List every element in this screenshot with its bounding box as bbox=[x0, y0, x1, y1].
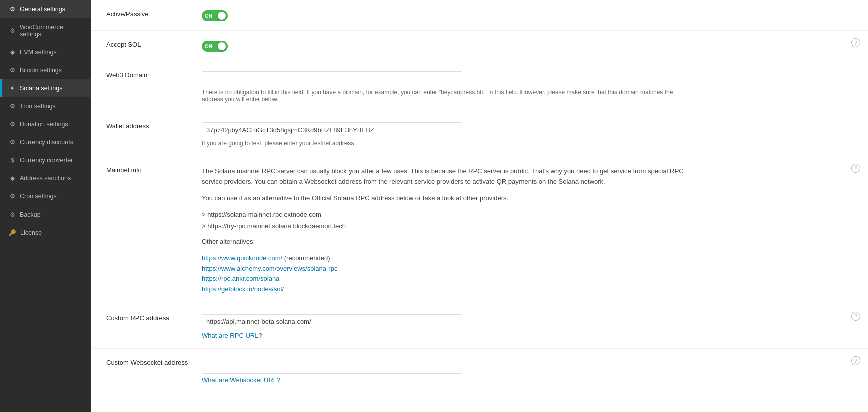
sidebar-label-solana-settings: Solana settings bbox=[20, 85, 62, 92]
sidebar-icon-woocommerce-settings: ⚙ bbox=[9, 27, 16, 34]
section-mainnet-info: Mainnet infoThe Solana mainnet RPC serve… bbox=[91, 156, 868, 304]
sidebar-item-currency-converter[interactable]: $Currency converter bbox=[0, 151, 91, 169]
sidebar-icon-evm-settings: ◆ bbox=[9, 49, 16, 56]
sidebar-icon-tron-settings: ⚙ bbox=[9, 103, 16, 110]
info-external-link[interactable]: https://getblock.io/nodes/sol/ bbox=[202, 285, 284, 293]
sidebar-icon-bitcoin-settings: ⚙ bbox=[9, 67, 16, 74]
help-icon-accept-sol[interactable]: ? bbox=[851, 38, 860, 47]
section-web3-domain: Web3 DomainThere is no obligation to fil… bbox=[91, 61, 868, 112]
help-icon-custom-websocket[interactable]: ? bbox=[851, 356, 860, 365]
section-custom-websocket: Custom Websocket addressWhat are Websock… bbox=[91, 349, 868, 393]
link-custom-websocket[interactable]: What are Websocket URL? bbox=[202, 376, 280, 384]
label-custom-rpc: Custom RPC address bbox=[106, 314, 197, 322]
sidebar-label-donation-settings: Donation settings bbox=[20, 121, 68, 128]
sidebar-item-tron-settings[interactable]: ⚙Tron settings bbox=[0, 97, 91, 115]
sidebar-label-woocommerce-settings: WooCommerce settings bbox=[20, 24, 84, 38]
sidebar-item-address-sanctions[interactable]: ◆Address sanctions bbox=[0, 169, 91, 187]
section-accept-sol: Accept SOLON? bbox=[91, 31, 868, 61]
info-link-line: https://www.quicknode.com/ (recommended) bbox=[202, 253, 693, 264]
sidebar-item-woocommerce-settings[interactable]: ⚙WooCommerce settings bbox=[0, 18, 91, 43]
control-custom-rpc: What are RPC URL? bbox=[202, 313, 853, 339]
sidebar-label-currency-converter: Currency converter bbox=[20, 157, 73, 164]
control-active-passive: ON bbox=[202, 9, 853, 21]
label-accept-sol: Accept SOL bbox=[106, 41, 197, 48]
toggle-label-on-accept-sol: ON bbox=[205, 44, 212, 49]
sidebar-label-cron-settings: Cron settings bbox=[20, 193, 57, 200]
sidebar-icon-address-sanctions: ◆ bbox=[9, 175, 16, 182]
sidebar-item-solana-settings[interactable]: ✦Solana settings bbox=[0, 79, 91, 97]
input-wallet-address[interactable] bbox=[202, 122, 462, 137]
sidebar-icon-general-settings: ⚙ bbox=[9, 6, 16, 13]
info-link-line: https://www.alchemy.com/overviews/solana… bbox=[202, 264, 693, 274]
sidebar-icon-currency-converter: $ bbox=[9, 157, 16, 164]
sidebar-icon-donation-settings: ⚙ bbox=[9, 121, 16, 128]
section-custom-rpc: Custom RPC addressWhat are RPC URL?? bbox=[91, 304, 868, 349]
toggle-accept-sol[interactable]: ON bbox=[202, 41, 228, 52]
sidebar-item-evm-settings[interactable]: ◆EVM settings bbox=[0, 43, 91, 61]
control-accept-sol: ON bbox=[202, 40, 853, 52]
link-custom-rpc[interactable]: What are RPC URL? bbox=[202, 332, 262, 339]
help-icon-mainnet-info[interactable]: ? bbox=[851, 164, 860, 173]
info-link-line: https://getblock.io/nodes/sol/ bbox=[202, 284, 693, 295]
label-web3-domain: Web3 Domain bbox=[106, 71, 197, 79]
sidebar-label-backup: Backup bbox=[20, 211, 41, 218]
sidebar-item-license[interactable]: 🔑License bbox=[0, 224, 91, 242]
main-content: Active/PassiveONAccept SOLON?Web3 Domain… bbox=[91, 0, 868, 412]
sidebar-icon-currency-discounts: ⚙ bbox=[9, 139, 16, 146]
control-web3-domain: There is no obligation to fill in this f… bbox=[202, 70, 853, 103]
info-paragraph: The Solana mainnet RPC server can usuall… bbox=[202, 166, 693, 187]
info-external-link[interactable]: https://www.alchemy.com/overviews/solana… bbox=[202, 265, 337, 272]
sidebar-label-license: License bbox=[20, 229, 42, 236]
sidebar-icon-license: 🔑 bbox=[9, 229, 16, 236]
toggle-label-on-active-passive: ON bbox=[205, 13, 212, 19]
sidebar-label-bitcoin-settings: Bitcoin settings bbox=[20, 67, 62, 74]
help-icon-custom-rpc[interactable]: ? bbox=[851, 312, 860, 321]
sidebar-label-tron-settings: Tron settings bbox=[20, 103, 56, 110]
sidebar-label-address-sanctions: Address sanctions bbox=[20, 175, 71, 182]
hint-web3-domain: There is no obligation to fill in this f… bbox=[202, 89, 693, 103]
section-active-passive: Active/PassiveON bbox=[91, 0, 868, 31]
sidebar-item-donation-settings[interactable]: ⚙Donation settings bbox=[0, 115, 91, 133]
sidebar-label-evm-settings: EVM settings bbox=[20, 49, 57, 56]
control-custom-websocket: What are Websocket URL? bbox=[202, 358, 853, 384]
toggle-active-passive[interactable]: ON bbox=[202, 10, 228, 21]
control-wallet-address: If you are going to test, please enter y… bbox=[202, 121, 853, 147]
control-mainnet-info: The Solana mainnet RPC server can usuall… bbox=[202, 165, 853, 295]
info-list-item: > https://solana-mainnet.rpc.extnode.com bbox=[202, 210, 693, 220]
sidebar-icon-backup: ⚙ bbox=[9, 211, 16, 218]
sidebar-label-general-settings: General settings bbox=[20, 6, 65, 13]
toggle-knob-active-passive bbox=[218, 12, 226, 20]
sidebar-icon-solana-settings: ✦ bbox=[9, 85, 16, 92]
sidebar-icon-cron-settings: ⚙ bbox=[9, 193, 16, 200]
info-paragraph: You can use it as an alternative to the … bbox=[202, 193, 693, 204]
info-list-item: > https://try-rpc.mainnet.solana.blockda… bbox=[202, 221, 693, 232]
other-alternatives-label: Other alternatives: bbox=[202, 237, 693, 247]
sidebar-item-backup[interactable]: ⚙Backup bbox=[0, 205, 91, 224]
hint-wallet-address: If you are going to test, please enter y… bbox=[202, 140, 693, 147]
sidebar-label-currency-discounts: Currency discounts bbox=[20, 139, 73, 146]
sidebar-item-currency-discounts[interactable]: ⚙Currency discounts bbox=[0, 133, 91, 151]
sidebar: ⚙General settings⚙WooCommerce settings◆E… bbox=[0, 0, 91, 412]
label-custom-websocket: Custom Websocket address bbox=[106, 359, 197, 366]
info-external-link[interactable]: https://rpc.ankr.com/solana bbox=[202, 275, 279, 282]
input-web3-domain[interactable] bbox=[202, 71, 462, 86]
label-mainnet-info: Mainnet info bbox=[106, 166, 197, 174]
info-link-line: https://rpc.ankr.com/solana bbox=[202, 274, 693, 284]
input-custom-websocket[interactable] bbox=[202, 359, 462, 374]
info-mainnet-info: The Solana mainnet RPC server can usuall… bbox=[202, 166, 693, 295]
toggle-knob-accept-sol bbox=[218, 42, 226, 50]
link-suffix: (recommended) bbox=[282, 254, 330, 262]
label-wallet-address: Wallet address bbox=[106, 122, 197, 130]
sidebar-item-cron-settings[interactable]: ⚙Cron settings bbox=[0, 187, 91, 205]
input-custom-rpc[interactable] bbox=[202, 314, 462, 329]
label-active-passive: Active/Passive bbox=[106, 10, 197, 18]
sidebar-item-bitcoin-settings[interactable]: ⚙Bitcoin settings bbox=[0, 61, 91, 79]
sidebar-item-general-settings[interactable]: ⚙General settings bbox=[0, 0, 91, 18]
info-external-link[interactable]: https://www.quicknode.com/ bbox=[202, 254, 282, 262]
section-wallet-address: Wallet addressIf you are going to test, … bbox=[91, 112, 868, 156]
